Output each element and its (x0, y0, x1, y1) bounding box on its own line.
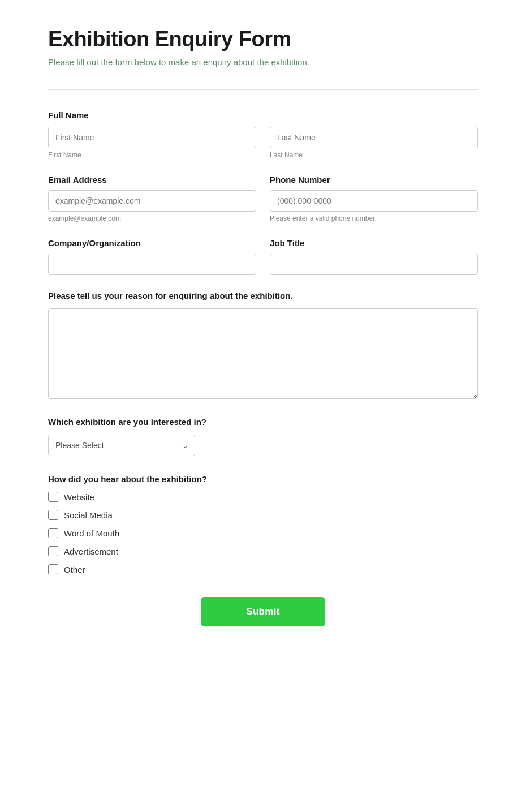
company-label: Company/Organization (48, 238, 256, 248)
full-name-row: First Name Last Name (48, 127, 478, 159)
phone-hint: Please enter a valid phone number. (270, 214, 478, 222)
enquiry-form: Full Name First Name Last Name Email Add… (48, 110, 478, 626)
exhibition-question: Which exhibition are you interested in? (48, 417, 478, 427)
checkbox-other[interactable] (48, 564, 58, 574)
exhibition-select-wrapper: Please Select ⌄ (48, 435, 195, 456)
checkbox-website[interactable] (48, 492, 58, 502)
divider (48, 89, 478, 90)
full-name-label: Full Name (48, 110, 478, 120)
checkbox-word_of_mouth[interactable] (48, 528, 58, 538)
last-name-group: Last Name (270, 127, 478, 159)
exhibition-select[interactable]: Please Select (48, 435, 195, 456)
email-input[interactable] (48, 190, 256, 212)
reason-question: Please tell us your reason for enquiring… (48, 291, 478, 300)
hear-question: How did you hear about the exhibition? (48, 474, 478, 484)
first-name-input[interactable] (48, 127, 256, 148)
checkbox-label-advertisement: Advertisement (64, 547, 118, 556)
last-name-input[interactable] (270, 127, 478, 148)
phone-label: Phone Number (270, 175, 478, 184)
phone-input[interactable] (270, 190, 478, 212)
list-item: Social Media (48, 510, 478, 520)
page-subtitle: Please fill out the form below to make a… (48, 57, 478, 67)
job-title-group: Job Title (270, 238, 478, 275)
job-title-input[interactable] (270, 254, 478, 275)
checkbox-label-social_media: Social Media (64, 510, 113, 520)
last-name-hint: Last Name (270, 151, 478, 159)
phone-group: Phone Number Please enter a valid phone … (270, 175, 478, 222)
first-name-group: First Name (48, 127, 256, 159)
page-title: Exhibition Enquiry Form (48, 27, 478, 51)
submit-section: Submit (48, 597, 478, 626)
list-item: Other (48, 564, 478, 574)
company-group: Company/Organization (48, 238, 256, 275)
checkbox-label-website: Website (64, 492, 94, 502)
email-group: Email Address example@example.com (48, 175, 256, 222)
hear-checkbox-group: WebsiteSocial MediaWord of MouthAdvertis… (48, 492, 478, 574)
page-wrapper: Exhibition Enquiry Form Please fill out … (14, 0, 512, 654)
checkbox-label-word_of_mouth: Word of Mouth (64, 529, 119, 538)
checkbox-label-other: Other (64, 565, 85, 574)
company-job-row: Company/Organization Job Title (48, 238, 478, 275)
list-item: Advertisement (48, 546, 478, 556)
email-hint: example@example.com (48, 214, 256, 222)
job-title-label: Job Title (270, 238, 478, 248)
reason-textarea[interactable] (48, 308, 478, 399)
checkbox-social_media[interactable] (48, 510, 58, 520)
company-input[interactable] (48, 254, 256, 275)
first-name-hint: First Name (48, 151, 256, 159)
list-item: Website (48, 492, 478, 502)
list-item: Word of Mouth (48, 528, 478, 538)
email-phone-row: Email Address example@example.com Phone … (48, 175, 478, 222)
email-label: Email Address (48, 175, 256, 184)
checkbox-advertisement[interactable] (48, 546, 58, 556)
submit-button[interactable]: Submit (201, 597, 325, 626)
reason-wrapper (48, 308, 478, 401)
